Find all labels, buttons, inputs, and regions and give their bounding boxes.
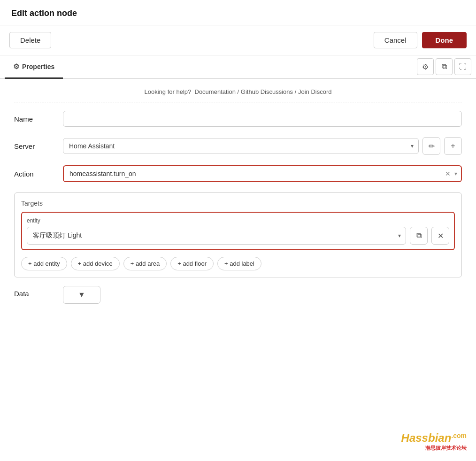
add-buttons-row: + add entity + add device + add area + a…	[21, 257, 455, 270]
server-value: Home Assistant	[69, 142, 115, 150]
entity-remove-button[interactable]: ✕	[431, 227, 449, 245]
action-chevron-icon[interactable]: ▾	[454, 170, 457, 177]
watermark: Hassbian.com 瀚思彼岸技术论坛	[401, 431, 467, 452]
watermark-bian-text: bian	[428, 431, 451, 444]
dialog-title: Edit action node	[11, 8, 77, 18]
entity-select[interactable]: 客厅吸顶灯 Light ▾	[27, 227, 406, 245]
name-input[interactable]	[63, 111, 462, 127]
entity-row: 客厅吸顶灯 Light ▾ ⧉ ✕	[27, 227, 449, 245]
add-label-button[interactable]: + add label	[217, 257, 261, 270]
data-dropdown-button[interactable]: ▼	[63, 286, 100, 304]
action-row: Action homeassistant.turn_on ✕ ▾	[14, 165, 462, 182]
help-documentation-link[interactable]: Documentation	[195, 88, 236, 95]
targets-section: Targets entity 客厅吸顶灯 Light ▾ ⧉ ✕	[14, 192, 462, 277]
help-separator-2: /	[295, 88, 298, 95]
help-line: Looking for help? Documentation / Github…	[14, 88, 462, 102]
help-text: Looking for help?	[145, 88, 193, 95]
entity-chevron-icon: ▾	[398, 232, 401, 239]
entity-type-label: entity	[27, 217, 449, 224]
name-row: Name	[14, 111, 462, 127]
help-separator-1: /	[238, 88, 241, 95]
dialog-body: Looking for help? Documentation / Github…	[0, 79, 476, 461]
data-dropdown-icon: ▼	[78, 291, 85, 299]
watermark-com-text: .com	[451, 432, 467, 439]
expand-icon: ⛶	[459, 62, 467, 71]
server-label: Server	[14, 142, 56, 150]
entity-copy-button[interactable]: ⧉	[410, 227, 428, 245]
toolbar: Delete Cancel Done	[0, 25, 476, 55]
tab-copy-button[interactable]: ⧉	[436, 58, 453, 75]
help-github-link[interactable]: Github Discussions	[241, 88, 293, 95]
watermark-brand-text: Hass	[401, 431, 428, 444]
entity-copy-icon: ⧉	[416, 231, 422, 240]
edit-action-dialog: Edit action node Delete Cancel Done ⚙ Pr…	[0, 0, 476, 461]
add-entity-button[interactable]: + add entity	[21, 257, 67, 270]
add-plus-icon: +	[451, 142, 455, 150]
copy-icon: ⧉	[442, 62, 447, 71]
name-field	[63, 111, 462, 127]
server-controls: Home Assistant ▾ ✏ +	[63, 137, 462, 155]
delete-button[interactable]: Delete	[9, 32, 51, 48]
data-row: Data ▼	[14, 286, 462, 304]
tab-expand-button[interactable]: ⛶	[454, 58, 471, 75]
server-edit-button[interactable]: ✏	[422, 137, 440, 155]
cancel-button[interactable]: Cancel	[374, 32, 417, 48]
entity-remove-icon: ✕	[438, 231, 444, 240]
dialog-header: Edit action node	[0, 0, 476, 25]
entity-value: 客厅吸顶灯 Light	[33, 231, 82, 240]
done-button[interactable]: Done	[422, 32, 467, 48]
action-label: Action	[14, 170, 56, 178]
help-discord-link[interactable]: Join Discord	[298, 88, 332, 95]
server-add-button[interactable]: +	[444, 137, 462, 155]
name-label: Name	[14, 115, 56, 123]
add-floor-button[interactable]: + add floor	[170, 257, 214, 270]
entity-block: entity 客厅吸顶灯 Light ▾ ⧉ ✕	[21, 212, 455, 250]
watermark-subtitle: 瀚思彼岸技术论坛	[401, 445, 467, 452]
server-row: Server Home Assistant ▾ ✏ +	[14, 137, 462, 155]
edit-pencil-icon: ✏	[429, 142, 435, 151]
server-select[interactable]: Home Assistant ▾	[63, 138, 419, 154]
targets-label: Targets	[21, 200, 455, 207]
tabs-bar: ⚙ Properties ⚙ ⧉ ⛶	[0, 55, 476, 79]
action-select[interactable]: homeassistant.turn_on ✕ ▾	[63, 165, 462, 182]
watermark-brand: Hassbian.com	[401, 431, 467, 445]
tab-gear-button[interactable]: ⚙	[417, 58, 434, 75]
data-label: Data	[14, 286, 56, 298]
action-value: homeassistant.turn_on	[69, 170, 136, 177]
action-icons: ✕ ▾	[445, 170, 457, 177]
add-device-button[interactable]: + add device	[71, 257, 120, 270]
tab-properties-label: Properties	[22, 63, 54, 70]
tabs-actions: ⚙ ⧉ ⛶	[417, 55, 471, 78]
gear-icon: ⚙	[422, 62, 429, 71]
action-clear-icon[interactable]: ✕	[445, 170, 451, 177]
server-chevron-icon: ▾	[411, 143, 414, 149]
add-area-button[interactable]: + add area	[123, 257, 167, 270]
tab-properties[interactable]: ⚙ Properties	[5, 55, 63, 79]
properties-tab-icon: ⚙	[13, 62, 19, 71]
